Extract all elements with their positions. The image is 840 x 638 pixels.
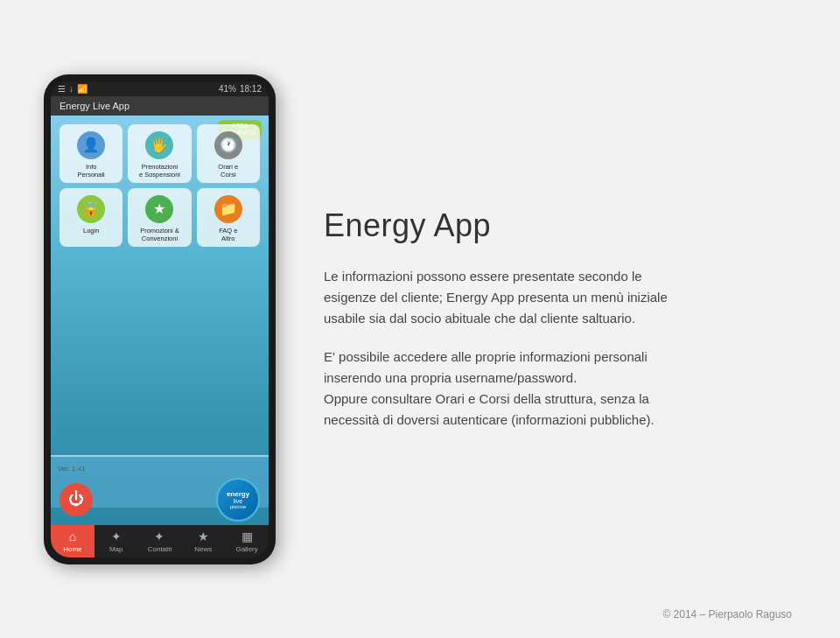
login-logo-row: ⏻ energy live piscine [51,474,269,525]
nav-contatti-label: Contatti [148,545,172,553]
status-bar-right: 41% 18:12 [219,84,262,94]
nav-contatti[interactable]: ✦ Contatti [138,525,182,557]
map-icon: ✦ [111,529,122,543]
copyright: © 2014 – Pierpaolo Raguso [662,608,792,620]
promozioni-icon: ★ [145,195,173,223]
info-icon: 👤 [77,131,105,159]
nav-news-label: News [194,545,212,553]
clock: 18:12 [240,84,262,94]
prenotazioni-icon: 🖐 [145,131,173,159]
description-paragraph-2: E' possibile accedere alle proprie infor… [324,347,691,389]
phone-inner: ☰ ↓ 📶 41% 18:12 Energy Live App AR [51,81,269,557]
login-icon: 🔒 [77,195,105,223]
menu-item-login[interactable]: 🔒 Login [60,188,122,247]
status-bar-left: ☰ ↓ 📶 [58,84,88,94]
gallery-icon: ▦ [242,529,253,543]
menu-grid: 👤 InfoPersonali 🖐 Prenotazionie Sospensi… [60,124,260,247]
nav-gallery-label: Gallery [235,545,257,553]
orari-icon: 🕐 [214,131,242,159]
battery-level: 41% [219,84,236,94]
phone-bottom-content: Ver. 1.41 ⏻ energy live piscine [51,463,269,525]
faq-icon: 📁 [214,195,242,223]
nav-map-label: Map [109,545,123,553]
nav-map[interactable]: ✦ Map [94,525,138,557]
home-icon: ⌂ [69,529,76,543]
app-bar: Energy Live App [51,96,269,116]
status-icon-signal: 📶 [77,84,88,94]
bottom-nav: ⌂ Home ✦ Map ✦ Contatti ★ News ▦ Galle [51,525,269,557]
app-bar-title: Energy Live App [60,101,130,111]
description-paragraph-1: Le informazioni possono essere presentat… [324,266,691,329]
energy-logo-circle: energy live piscine [216,478,260,522]
page-container: ☰ ↓ 📶 41% 18:12 Energy Live App AR [0,0,840,638]
login-button[interactable]: ⏻ [60,483,93,516]
contatti-icon: ✦ [154,529,164,543]
menu-item-prenotazioni[interactable]: 🖐 Prenotazionie Sospensioni [128,124,191,183]
energy-logo: energy live piscine [100,478,260,522]
menu-item-promozioni[interactable]: ★ Promozioni &Convenzioni [128,188,191,247]
phone-content: AREARISERVATA 👤 InfoPersonali 🖐 Prenotaz… [51,116,269,525]
status-bar: ☰ ↓ 📶 41% 18:12 [51,81,269,96]
nav-news[interactable]: ★ News [181,525,225,557]
menu-item-faq[interactable]: 📁 FAQ eAltro [197,188,260,247]
nav-home-label: Home [63,545,81,553]
news-icon: ★ [198,529,209,543]
menu-item-orari[interactable]: 🕐 Orari eCorsi [197,124,260,183]
status-icon-download: ↓ [69,84,74,94]
page-title: Energy App [324,207,788,244]
menu-item-info[interactable]: 👤 InfoPersonali [60,124,122,183]
nav-home[interactable]: ⌂ Home [51,525,94,557]
version-text: Ver. 1.41 [51,463,269,474]
nav-gallery[interactable]: ▦ Gallery [225,525,269,557]
status-icon-menu: ☰ [58,84,66,94]
phone-mockup: ☰ ↓ 📶 41% 18:12 Energy Live App AR [44,74,276,564]
right-content: Energy App Le informazioni possono esser… [276,207,788,431]
description-paragraph-3: Oppure consultare Orari e Corsi della st… [324,389,691,431]
